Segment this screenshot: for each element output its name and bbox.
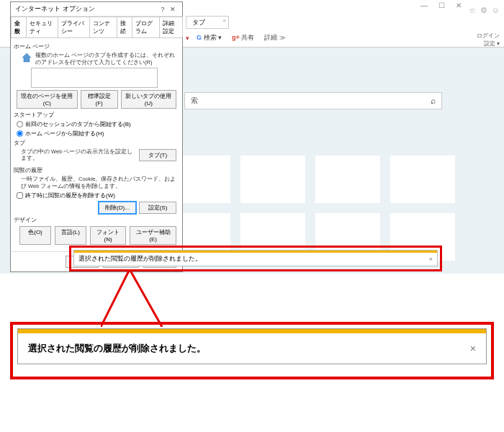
feedback-icon[interactable]: ☺ (492, 6, 500, 15)
startup-radio-homepage[interactable]: ホーム ページから開始する(H) (17, 130, 176, 138)
homepage-input[interactable] (31, 68, 158, 88)
share-button[interactable]: g+ 共有 (229, 32, 257, 44)
homepage-desc: 複数のホーム ページのタブを作成するには、それぞれのアドレスを行で分けて入力して… (35, 52, 176, 66)
notification-bar: 選択された閲覧の履歴が削除されました。 × (73, 250, 438, 266)
dialog-titlebar: インターネット オプション ? ✕ (11, 2, 182, 17)
use-current-button[interactable]: 現在のページを使用(C) (17, 90, 78, 109)
tab-privacy[interactable]: プライバシー (58, 17, 90, 37)
search-button[interactable]: G 検索 ▾ (194, 32, 225, 44)
search-label: 索 (185, 96, 204, 106)
accessibility-button[interactable]: ユーザー補助(E) (130, 226, 176, 245)
tab-connections[interactable]: 接続 (117, 17, 132, 37)
use-newtab-button[interactable]: 新しいタブの使用(U) (121, 90, 176, 109)
tab-close-icon[interactable]: × (222, 17, 226, 24)
dialog-title: インターネット オプション (15, 4, 158, 14)
checkbox-label: 終了時に閲覧の履歴を削除する(W) (25, 192, 115, 199)
tabs-desc: タブの中の Web ページの表示方法を設定します。 (21, 148, 135, 163)
settings-icon[interactable]: ⚙ (480, 6, 487, 15)
command-bar: ▾ G 検索 ▾ g+ 共有 詳細 ≫ (186, 32, 500, 44)
notification-close-icon[interactable]: × (429, 256, 433, 263)
settings-link[interactable]: 設定 (484, 40, 495, 47)
tab-general[interactable]: 全般 (11, 17, 27, 37)
home-icon (21, 52, 32, 63)
minimize-button[interactable]: — (418, 1, 431, 12)
delete-history-button[interactable]: 削除(D)... (99, 202, 136, 214)
fonts-button[interactable]: フォント(N) (90, 226, 126, 245)
close-button[interactable]: ✕ (452, 1, 465, 12)
tab-programs[interactable]: プログラム (132, 17, 160, 37)
help-button[interactable]: ? (158, 6, 168, 13)
startup-radio-last-session[interactable]: 前回のセッションのタブから開始する(B) (17, 120, 176, 128)
notification-bar-zoom: 選択された閲覧の履歴が削除されました。 × (17, 328, 487, 364)
delete-on-exit-check[interactable]: 終了時に閲覧の履歴を削除する(W) (17, 192, 176, 199)
login-area: ログイン 設定 ▾ (477, 32, 500, 48)
use-default-button[interactable]: 標準設定(F) (81, 90, 118, 109)
tile[interactable] (390, 156, 455, 203)
more-button[interactable]: 詳細 ≫ (261, 32, 289, 44)
notification-close-icon[interactable]: × (470, 343, 476, 354)
dialog-tabs: 全般 セキュリティ プライバシー コンテンツ 接続 プログラム 詳細設定 (11, 17, 182, 38)
annotation-pointer (101, 269, 173, 327)
checkbox-input[interactable] (17, 192, 23, 199)
tab-content[interactable]: コンテンツ (89, 17, 117, 37)
dialog-body: ホーム ページ 複数のホーム ページのタブを作成するには、それぞれのアドレスを行… (11, 38, 182, 251)
colors-button[interactable]: 色(O) (19, 226, 51, 245)
radio-input[interactable] (17, 130, 23, 137)
tabs-button[interactable]: タブ(T) (139, 149, 176, 161)
radio-input[interactable] (17, 121, 23, 127)
tab-security[interactable]: セキュリティ (26, 17, 58, 37)
homepage-group-label: ホーム ページ (14, 42, 176, 50)
maximize-button[interactable]: ☐ (435, 1, 448, 12)
tile[interactable] (240, 156, 305, 203)
radio-label: 前回のセッションのタブから開始する(B) (25, 120, 131, 128)
internet-options-dialog: インターネット オプション ? ✕ 全般 セキュリティ プライバシー コンテンツ… (10, 1, 183, 272)
tab-advanced[interactable]: 詳細設定 (159, 17, 183, 37)
search-dropdown-icon[interactable]: ▾ (186, 35, 189, 42)
titlebar-icons: ☆ ⚙ ☺ (469, 6, 500, 15)
languages-button[interactable]: 言語(L) (55, 226, 86, 245)
browser-tab[interactable]: タブ × (186, 16, 229, 29)
design-group-label: デザイン (14, 216, 176, 224)
tabs-group-label: タブ (14, 139, 176, 147)
dialog-close-button[interactable]: ✕ (168, 6, 178, 13)
tile[interactable] (315, 156, 380, 203)
history-group-label: 閲覧の履歴 (14, 166, 176, 174)
radio-label: ホーム ページから開始する(H) (25, 130, 104, 138)
startup-group-label: スタートアップ (14, 111, 176, 119)
history-desc: 一時ファイル、履歴、Cookie、保存されたパスワード、および Web フォーム… (21, 176, 176, 190)
search-box[interactable]: 索 ⌕ (184, 92, 442, 109)
search-icon[interactable]: ⌕ (425, 96, 441, 106)
window-controls: — ☐ ✕ (418, 1, 465, 12)
login-link[interactable]: ログイン (477, 32, 500, 39)
notification-text-zoom: 選択された閲覧の履歴が削除されました。 (28, 342, 206, 355)
tab-label: タブ (192, 19, 205, 26)
notification-text: 選択された閲覧の履歴が削除されました。 (78, 255, 202, 264)
favorites-icon[interactable]: ☆ (469, 6, 476, 15)
tab-strip: タブ × (186, 16, 229, 29)
history-settings-button[interactable]: 設定(S) (139, 202, 176, 214)
